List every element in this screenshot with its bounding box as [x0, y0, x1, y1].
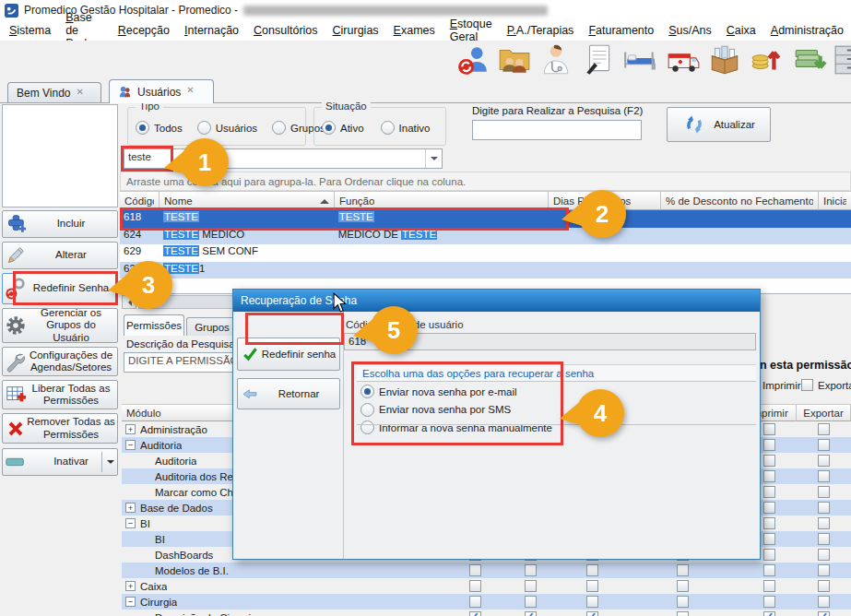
- permission-checkbox[interactable]: [586, 580, 598, 592]
- permission-checkbox[interactable]: [677, 596, 689, 608]
- permission-checkbox[interactable]: [818, 533, 830, 545]
- permission-checkbox[interactable]: [469, 564, 481, 576]
- tab-bem-vindo[interactable]: Bem Vindo: [7, 82, 101, 103]
- permission-checkbox[interactable]: [525, 580, 537, 592]
- menu-item-consult-rios[interactable]: Consultórios: [246, 21, 325, 40]
- users-grid-column-header-4[interactable]: % de Desconto no Fechamento de Uma Conta…: [661, 191, 819, 210]
- close-icon[interactable]: [76, 89, 86, 99]
- permission-checkbox[interactable]: [469, 596, 481, 608]
- permission-checkbox[interactable]: [763, 486, 775, 498]
- close-icon[interactable]: [186, 87, 196, 97]
- permission-checkbox[interactable]: [677, 564, 689, 576]
- sync-users-icon[interactable]: [455, 42, 491, 77]
- permission-checkbox[interactable]: [818, 455, 830, 467]
- patients-folder-icon[interactable]: [496, 42, 533, 77]
- permission-checkbox[interactable]: [586, 564, 598, 576]
- stock-supplies-icon[interactable]: [706, 42, 743, 77]
- table-row-user-627[interactable]: 627TESTE1: [120, 262, 851, 278]
- menu-item-cirurgias[interactable]: Cirurgias: [325, 21, 386, 40]
- permission-checkbox[interactable]: [677, 580, 689, 592]
- users-grid-column-header-5[interactable]: Iniciais: [819, 191, 851, 210]
- combo-dropdown-button[interactable]: [425, 149, 442, 168]
- permission-checkbox[interactable]: [525, 596, 537, 608]
- search-input[interactable]: [472, 120, 642, 140]
- permission-checkbox[interactable]: [586, 611, 598, 616]
- expand-icon[interactable]: +: [125, 581, 136, 591]
- sidebar-button-liberar-todas-as-permiss-es[interactable]: Liberar Todas as Permissões: [2, 380, 118, 409]
- permission-checkbox[interactable]: [818, 596, 830, 608]
- menu-item-recep-o[interactable]: Recepção: [111, 21, 177, 40]
- doctor-icon[interactable]: [538, 42, 574, 77]
- menu-item-administra-o[interactable]: Administração: [763, 21, 851, 40]
- permission-checkbox[interactable]: [818, 439, 830, 451]
- permission-checkbox[interactable]: [818, 502, 830, 514]
- permission-checkbox[interactable]: [525, 611, 537, 616]
- permission-checkbox[interactable]: [763, 564, 775, 576]
- collapse-icon[interactable]: −: [125, 518, 136, 528]
- expand-icon[interactable]: +: [125, 424, 136, 434]
- tab-permiss-es[interactable]: Permissões: [124, 314, 184, 336]
- sidebar-button-incluir[interactable]: Incluir: [2, 210, 118, 238]
- permission-checkbox[interactable]: [818, 470, 830, 482]
- tab-usuários[interactable]: Usuários: [109, 79, 214, 103]
- table-row-user-629[interactable]: 629TESTE SEM CONF: [120, 244, 851, 262]
- tree-row-descri-o-de-cirurgia[interactable]: Descrição de Cirurgia: [122, 610, 851, 616]
- collapse-icon[interactable]: −: [125, 440, 136, 450]
- sidebar-button-alterar[interactable]: Alterar: [2, 242, 118, 269]
- tree-row-caixa[interactable]: +Caixa: [122, 578, 851, 594]
- ambulance-icon[interactable]: [665, 42, 702, 77]
- chevron-down-icon[interactable]: [107, 460, 114, 468]
- situacao-radio-ativo[interactable]: Ativo: [322, 121, 364, 135]
- permission-checkbox[interactable]: [763, 533, 775, 545]
- permission-checkbox[interactable]: [818, 549, 830, 561]
- menu-item-interna-o[interactable]: Internação: [177, 21, 246, 40]
- permission-checkbox[interactable]: [763, 455, 775, 467]
- menu-item-exames[interactable]: Exames: [386, 21, 443, 40]
- cash-down-icon[interactable]: [791, 42, 828, 77]
- menu-item-caixa[interactable]: Caixa: [719, 21, 763, 40]
- toggle-exportar-checkbox[interactable]: [801, 379, 813, 391]
- sidebar-button-gerenciar-os-grupos-do-usu-rio[interactable]: Gerenciar os Grupos do Usuário: [2, 308, 118, 343]
- expand-icon[interactable]: +: [125, 503, 136, 513]
- contract-icon[interactable]: [580, 42, 617, 77]
- collapse-icon[interactable]: −: [125, 597, 136, 607]
- dialog-button-retornar[interactable]: Retornar: [237, 378, 340, 409]
- permission-checkbox[interactable]: [677, 611, 689, 616]
- hospital-bed-icon[interactable]: [621, 42, 658, 77]
- menu-item-p-a-terapias[interactable]: P.A./Terapias: [500, 21, 582, 40]
- tree-row-modelos-de-b-i-[interactable]: Modelos de B.I.: [122, 563, 851, 578]
- permission-checkbox[interactable]: [818, 423, 830, 435]
- permission-checkbox[interactable]: [586, 596, 598, 608]
- tipo-radio-usu-rios[interactable]: Usuários: [197, 121, 257, 135]
- menu-item-faturamento[interactable]: Faturamento: [581, 21, 661, 40]
- permission-checkbox[interactable]: [818, 486, 830, 498]
- permission-checkbox[interactable]: [763, 596, 775, 608]
- menu-item-sus-ans[interactable]: Sus/Ans: [661, 21, 719, 40]
- sidebar-button-remover-todas-as-permiss-es[interactable]: Remover Todas as Permissões: [2, 413, 118, 444]
- permission-checkbox[interactable]: [763, 611, 775, 616]
- permission-checkbox[interactable]: [763, 517, 775, 529]
- tipo-radio-todos[interactable]: Todos: [136, 121, 183, 135]
- refresh-button[interactable]: Atualizar: [667, 107, 771, 142]
- permission-checkbox[interactable]: [763, 470, 775, 482]
- permission-checkbox[interactable]: [763, 502, 775, 514]
- tree-row-cirurgia[interactable]: −Cirurgia: [122, 594, 851, 610]
- permission-checkbox[interactable]: [818, 611, 830, 616]
- finance-up-icon[interactable]: [748, 42, 785, 77]
- permission-checkbox[interactable]: [763, 439, 775, 451]
- permission-checkbox[interactable]: [525, 564, 537, 576]
- permission-checkbox[interactable]: [469, 611, 481, 616]
- tab-grupos[interactable]: Grupos: [186, 317, 238, 336]
- permission-checkbox[interactable]: [818, 580, 830, 592]
- situacao-radio-inativo[interactable]: Inativo: [381, 121, 431, 135]
- sidebar-button-configura-es-de-agendas-setores[interactable]: Configurações de Agendas/Setores: [2, 347, 118, 376]
- cabinet-icon[interactable]: [833, 42, 851, 77]
- permission-checkbox[interactable]: [763, 549, 775, 561]
- permission-checkbox[interactable]: [469, 580, 481, 592]
- permission-checkbox[interactable]: [818, 564, 830, 576]
- menu-item-sistema[interactable]: Sistema: [2, 21, 58, 40]
- dialog-title-bar[interactable]: Recuperação de Senha: [233, 290, 760, 312]
- sidebar-button-inativar[interactable]: Inativar: [2, 448, 118, 476]
- permission-checkbox[interactable]: [818, 517, 830, 529]
- permission-checkbox[interactable]: [763, 423, 775, 435]
